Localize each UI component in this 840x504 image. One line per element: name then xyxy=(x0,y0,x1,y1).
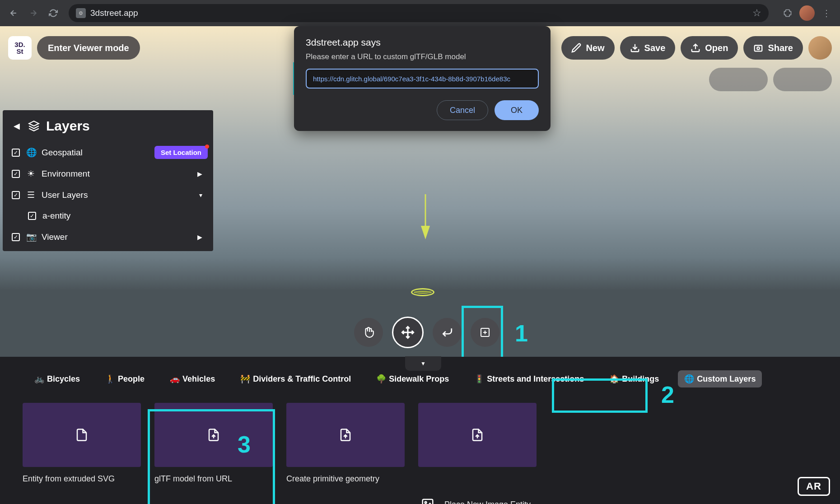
person-icon: 🚶 xyxy=(105,374,115,384)
category-sidewalk[interactable]: 🌳Sidewalk Props xyxy=(370,370,455,387)
file-upload-icon xyxy=(471,427,484,443)
card-image-entity[interactable]: Place New Image Entity xyxy=(421,498,531,504)
svg-rect-0 xyxy=(755,46,762,51)
checkbox-icon[interactable] xyxy=(12,170,20,178)
svg-point-1 xyxy=(757,47,760,50)
checkbox-icon[interactable] xyxy=(28,212,36,220)
card-label: Place New Image Entity xyxy=(444,500,531,504)
logo-text-bottom: St xyxy=(17,48,23,55)
rotate-tool[interactable] xyxy=(433,318,462,347)
layers-title: Layers xyxy=(46,118,90,134)
bookmark-icon[interactable]: ☆ xyxy=(752,7,761,19)
move-tool[interactable] xyxy=(392,317,424,348)
share-label: Share xyxy=(768,43,793,53)
layer-user-layers[interactable]: ☰ User Layers ▾ xyxy=(3,184,213,205)
checkbox-icon[interactable] xyxy=(12,233,20,241)
category-dividers[interactable]: 🚧Dividers & Traffic Control xyxy=(234,370,357,387)
panel-drag-handle[interactable]: ▼ xyxy=(405,356,441,371)
save-button[interactable]: Save xyxy=(620,36,676,60)
stack-icon: ☰ xyxy=(26,190,35,200)
set-location-button[interactable]: Set Location xyxy=(154,146,208,159)
asset-cards: Entity from extruded SVG glTF model from… xyxy=(0,387,840,484)
collapse-icon[interactable]: ▾ xyxy=(199,191,202,199)
cancel-button[interactable]: Cancel xyxy=(437,100,488,120)
reload-button[interactable] xyxy=(45,5,61,21)
layer-a-entity[interactable]: a-entity xyxy=(3,205,213,226)
car-icon: 🚗 xyxy=(170,374,180,384)
layers-panel: ◀ Layers 🌐 Geospatial Set Location ☀ Env… xyxy=(3,110,213,251)
camera-icon: 📷 xyxy=(26,232,35,242)
new-button[interactable]: New xyxy=(561,36,614,60)
forward-button[interactable] xyxy=(25,5,42,21)
collapse-panel-icon[interactable]: ◀ xyxy=(14,121,20,131)
extensions-icon[interactable] xyxy=(779,5,796,21)
dialog-message: Please enter a URL to custom glTF/GLB mo… xyxy=(306,52,539,61)
cat-label: People xyxy=(118,374,145,384)
card-primitive[interactable]: Create primitive geometry xyxy=(286,403,405,484)
ar-badge[interactable]: AR xyxy=(798,477,830,496)
annotation-box-3 xyxy=(148,409,275,504)
category-people[interactable]: 🚶People xyxy=(99,370,151,387)
annotation-box-2 xyxy=(552,378,648,413)
site-settings-icon[interactable]: ⚙ xyxy=(76,8,86,18)
sun-icon: ☀ xyxy=(26,168,35,179)
open-label: Open xyxy=(705,43,728,53)
annotation-box-1 xyxy=(462,306,503,360)
profile-avatar[interactable] xyxy=(799,5,815,21)
layer-geospatial[interactable]: 🌐 Geospatial Set Location xyxy=(3,142,213,163)
scene-cursor-disc xyxy=(411,288,434,296)
card-extruded-svg[interactable]: Entity from extruded SVG xyxy=(23,403,141,484)
layer-label: User Layers xyxy=(42,190,88,200)
annotation-number-3: 3 xyxy=(238,431,251,458)
menu-icon[interactable]: ⋮ xyxy=(818,5,835,21)
hand-tool[interactable] xyxy=(354,318,383,347)
open-button[interactable]: Open xyxy=(681,36,738,60)
category-vehicles[interactable]: 🚗Vehicles xyxy=(163,370,221,387)
ghost-button-1[interactable] xyxy=(709,68,768,91)
secondary-toolbar xyxy=(709,68,832,91)
ghost-button-2[interactable] xyxy=(773,68,832,91)
enter-viewer-mode-button[interactable]: Enter Viewer mode xyxy=(37,36,140,60)
card-image-entity-thumb[interactable] xyxy=(418,403,537,484)
expand-icon[interactable]: ▶ xyxy=(197,170,202,177)
barrier-icon: 🚧 xyxy=(240,374,250,384)
url-prompt-dialog: 3dstreet.app says Please enter a URL to … xyxy=(294,26,551,131)
cat-label: Bicycles xyxy=(47,374,80,384)
address-bar[interactable]: ⚙ 3dstreet.app ☆ xyxy=(69,4,769,22)
layers-icon xyxy=(28,120,40,132)
svg-marker-4 xyxy=(421,226,430,239)
category-custom-layers[interactable]: 🌐Custom Layers xyxy=(678,370,762,387)
globe-icon: 🌐 xyxy=(26,147,35,158)
image-icon xyxy=(421,498,434,504)
share-button[interactable]: Share xyxy=(743,36,803,60)
annotation-number-1: 1 xyxy=(515,320,528,347)
download-icon xyxy=(630,43,640,53)
cat-label: Custom Layers xyxy=(697,374,756,384)
browser-toolbar: ⚙ 3dstreet.app ☆ ⋮ xyxy=(0,0,840,26)
bike-icon: 🚲 xyxy=(34,374,44,384)
back-button[interactable] xyxy=(5,5,22,21)
category-bicycles[interactable]: 🚲Bicycles xyxy=(28,370,86,387)
scene-cursor-arrow xyxy=(421,194,430,239)
url-text: 3dstreet.app xyxy=(90,8,138,18)
layer-label: a-entity xyxy=(42,211,70,221)
ok-button[interactable]: OK xyxy=(495,100,539,120)
layer-label: Viewer xyxy=(42,232,68,242)
layer-label: Geospatial xyxy=(42,148,83,158)
logo-text-top: 3D. xyxy=(14,41,25,48)
expand-icon[interactable]: ▶ xyxy=(197,233,202,241)
user-avatar[interactable] xyxy=(808,36,832,60)
checkbox-icon[interactable] xyxy=(12,149,20,157)
pencil-icon xyxy=(571,43,581,53)
camera-icon xyxy=(753,43,763,53)
layer-label: Environment xyxy=(42,169,90,179)
upload-icon xyxy=(691,43,700,53)
dialog-title: 3dstreet.app says xyxy=(306,37,539,48)
url-input[interactable] xyxy=(306,69,539,89)
card-label: Entity from extruded SVG xyxy=(23,474,141,484)
layer-environment[interactable]: ☀ Environment ▶ xyxy=(3,163,213,184)
layer-viewer[interactable]: 📷 Viewer ▶ xyxy=(3,226,213,251)
cat-label: Sidewalk Props xyxy=(389,374,449,384)
checkbox-icon[interactable] xyxy=(12,191,20,199)
app-logo[interactable]: 3D. St xyxy=(8,36,32,60)
